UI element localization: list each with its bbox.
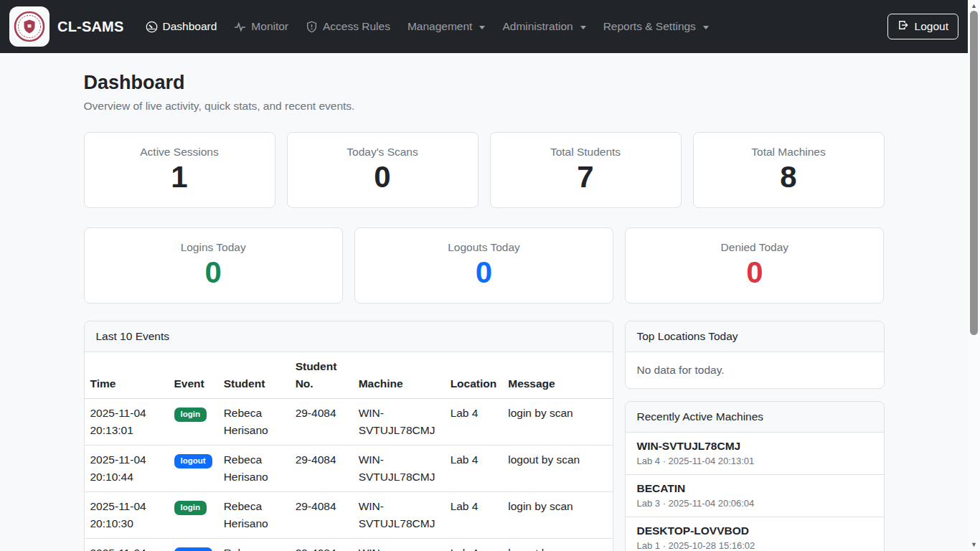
event-badge: logout — [174, 454, 212, 468]
event-student: Rebeca Herisano — [218, 492, 290, 539]
event-row: 2025-11-04 20:13:01 login Rebeca Herisan… — [85, 399, 613, 446]
scrollbar-thumb[interactable] — [970, 11, 978, 335]
machine-list-item: DESKTOP-LOVVBOD Lab 1 · 2025-10-28 15:16… — [626, 517, 884, 551]
column-header-machine: Machine — [353, 352, 445, 399]
event-machine: WIN-SVTUJL78CMJ — [353, 446, 445, 492]
stats-row-2: Logins Today 0 Logouts Today 0 Denied To… — [84, 227, 885, 303]
event-message: login by scan — [502, 399, 612, 446]
nav-item-management[interactable]: Management — [401, 14, 491, 39]
page-subtitle: Overview of live activity, quick stats, … — [84, 100, 885, 113]
event-row: 2025-11-04 20:10:27 logout Rebeca Herisa… — [85, 539, 613, 551]
machine-list-item: BECATIN Lab 3 · 2025-11-04 20:06:04 — [626, 474, 884, 517]
nav-item-label: Administration — [502, 20, 573, 33]
nav-item-label: Dashboard — [163, 20, 217, 33]
stat-label: Today's Scans — [347, 146, 418, 159]
event-row: 2025-11-04 20:10:44 logout Rebeca Herisa… — [85, 446, 613, 492]
column-header-location: Location — [445, 352, 503, 399]
event-badge: login — [174, 501, 207, 515]
column-header-event: Event — [169, 352, 218, 399]
machine-detail: Lab 1 · 2025-10-28 15:16:02 — [637, 540, 872, 551]
chevron-down-icon — [580, 26, 586, 29]
event-student: Rebeca Herisano — [218, 446, 290, 492]
stat-label: Total Students — [550, 146, 621, 159]
stat-value: 0 — [476, 255, 492, 289]
stat-value: 7 — [577, 160, 593, 194]
scrollbar-down-arrow[interactable]: ▼ — [968, 541, 980, 548]
recent-machines-header: Recently Active Machines — [626, 402, 884, 433]
nav-item-dashboard[interactable]: Dashboard — [139, 14, 224, 39]
stat-label: Total Machines — [751, 146, 825, 159]
stats-row-1: Active Sessions 1 Today's Scans 0 Total … — [84, 132, 885, 208]
vertical-scrollbar[interactable]: ▲ ▼ — [968, 0, 980, 551]
event-time: 2025-11-04 20:10:44 — [85, 446, 169, 492]
event-time: 2025-11-04 20:13:01 — [85, 399, 169, 446]
column-header-time: Time — [85, 352, 169, 399]
event-location: Lab 4 — [445, 399, 503, 446]
speedometer-icon — [146, 21, 158, 33]
logout-label: Logout — [915, 20, 948, 33]
nav-item-label: Monitor — [251, 20, 288, 33]
app-window: CL-SAMS Dashboard — [0, 0, 980, 551]
stat-label: Denied Today — [721, 241, 789, 254]
event-message: logout by scan — [502, 446, 612, 492]
nav-item-administration[interactable]: Administration — [496, 14, 592, 39]
stat-card-logins-today: Logins Today 0 — [84, 227, 343, 303]
event-machine: WIN-SVTUJL78CMJ — [353, 492, 445, 539]
event-badge: logout — [174, 547, 212, 551]
brand-name[interactable]: CL-SAMS — [57, 19, 124, 35]
stat-card-logouts-today: Logouts Today 0 — [354, 227, 613, 303]
event-message: login by scan — [502, 492, 612, 539]
stat-label: Active Sessions — [140, 146, 218, 159]
top-locations-empty-text: No data for today. — [626, 352, 884, 388]
stat-card-total-students: Total Students 7 — [490, 132, 682, 208]
page-title: Dashboard — [84, 72, 885, 94]
stat-value: 8 — [780, 160, 796, 194]
nav-item-label: Management — [407, 20, 472, 33]
column-header-student: Student — [218, 352, 290, 399]
column-header-student-no: Student No. — [290, 352, 353, 399]
machine-detail: Lab 3 · 2025-11-04 20:06:04 — [637, 498, 872, 509]
nav-item-label: Access Rules — [323, 20, 390, 33]
event-student-no: 29-4084 — [290, 446, 353, 492]
stat-card-denied-today: Denied Today 0 — [625, 227, 884, 303]
nav-item-reports-settings[interactable]: Reports & Settings — [597, 14, 715, 39]
stat-value: 0 — [746, 255, 763, 289]
stat-value: 0 — [374, 160, 390, 194]
machine-list-item: WIN-SVTUJL78CMJ Lab 4 · 2025-11-04 20:13… — [626, 433, 884, 474]
page: CL-SAMS Dashboard — [0, 0, 968, 551]
top-locations-card: Top Locations Today No data for today. — [625, 321, 885, 389]
nav-item-access-rules[interactable]: Access Rules — [299, 14, 397, 39]
top-locations-header: Top Locations Today — [626, 321, 884, 352]
university-seal-logo[interactable] — [9, 6, 50, 47]
scrollbar-up-arrow[interactable]: ▲ — [968, 2, 980, 9]
logout-button[interactable]: Logout — [887, 14, 958, 39]
event-message: logout by scan — [502, 539, 612, 551]
machine-name: WIN-SVTUJL78CMJ — [637, 440, 872, 453]
events-table: Time Event Student Student No. Machine L… — [85, 352, 613, 551]
events-card-header: Last 10 Events — [85, 321, 613, 352]
event-student: Rebeca Herisano — [218, 399, 290, 446]
stat-label: Logins Today — [181, 241, 246, 254]
column-header-message: Message — [502, 352, 612, 399]
event-location: Lab 4 — [445, 492, 503, 539]
event-student-no: 29-4084 — [290, 399, 353, 446]
activity-icon — [234, 21, 246, 33]
nav-item-monitor[interactable]: Monitor — [227, 14, 295, 39]
lower-content-row: Last 10 Events Time Event Student Studen… — [84, 321, 885, 551]
machine-name: BECATIN — [637, 482, 872, 495]
event-machine: WIN-SVTUJL78CMJ — [353, 399, 445, 446]
nav-menu: Dashboard Monitor — [137, 14, 717, 39]
chevron-down-icon — [703, 26, 709, 29]
top-navbar: CL-SAMS Dashboard — [0, 0, 968, 53]
main-content: Dashboard Overview of live activity, qui… — [84, 72, 885, 551]
event-location: Lab 4 — [445, 446, 503, 492]
shield-exclamation-icon — [306, 21, 318, 33]
stat-value: 1 — [171, 160, 187, 194]
event-time: 2025-11-04 20:10:30 — [85, 492, 169, 539]
event-student: Rebeca Herisano — [218, 539, 290, 551]
event-location: Lab 4 — [445, 539, 503, 551]
chevron-down-icon — [479, 26, 485, 29]
event-student-no: 29-4084 — [290, 492, 353, 539]
events-card: Last 10 Events Time Event Student Studen… — [84, 321, 613, 551]
box-arrow-right-icon — [897, 19, 909, 34]
